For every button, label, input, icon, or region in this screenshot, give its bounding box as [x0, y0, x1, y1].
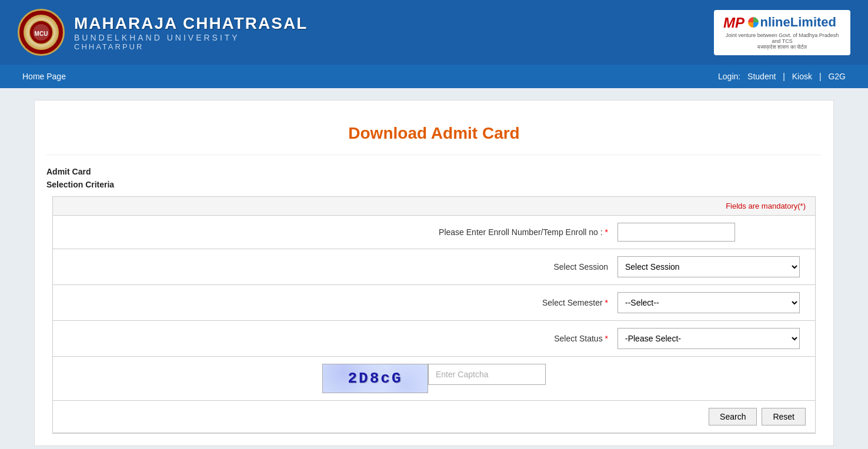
login-g2g-link[interactable]: G2G	[823, 72, 850, 81]
mponline-subtitle: Joint venture between Govt. of Madhya Pr…	[723, 32, 841, 51]
session-select[interactable]: Select Session	[617, 256, 800, 277]
university-name: MAHARAJA CHHATRASAL	[74, 14, 308, 33]
enroll-row: Please Enter Enroll Number/Temp Enroll n…	[53, 216, 815, 249]
semester-label: Select Semester *	[62, 298, 617, 307]
svg-text:MCU: MCU	[35, 31, 48, 37]
semester-select[interactable]: --Select--	[617, 292, 800, 313]
home-page-link[interactable]: Home Page	[18, 72, 71, 81]
semester-row: Select Semester * --Select--	[53, 285, 815, 321]
status-label: Select Status *	[62, 334, 617, 343]
university-city: CHHATARPUR	[74, 42, 308, 51]
university-logo: MCU	[18, 9, 65, 56]
status-row: Select Status * -Please Select-	[53, 321, 815, 357]
university-text: MAHARAJA CHHATRASAL BUNDELKHAND UNIVERSI…	[74, 14, 308, 51]
nav-bar: Home Page Login: Student | Kiosk | G2G	[0, 65, 868, 88]
login-kiosk-link[interactable]: Kiosk	[787, 72, 817, 81]
mandatory-note: Fields are mandatory(*)	[53, 197, 815, 216]
page-title: Download Admit Card	[46, 112, 822, 155]
mp-text: MP	[723, 15, 745, 31]
session-label: Select Session	[62, 262, 617, 272]
login-student-link[interactable]: Student	[743, 72, 780, 81]
form-container: Fields are mandatory(*) Please Enter Enr…	[52, 196, 816, 434]
online-text: nline	[760, 15, 790, 30]
captcha-row: 2D8cG	[53, 357, 815, 401]
university-sub: BUNDELKHAND UNIVERSITY	[74, 33, 308, 42]
main-card: Download Admit Card Admit Card Selection…	[34, 100, 834, 446]
login-prefix: Login:	[718, 72, 743, 81]
header-left: MCU MAHARAJA CHHATRASAL BUNDELKHAND UNIV…	[18, 9, 308, 56]
breadcrumb-criteria: Selection Criteria	[46, 180, 822, 189]
login-links: Login: Student | Kiosk | G2G	[718, 72, 850, 81]
enroll-label: Please Enter Enroll Number/Temp Enroll n…	[62, 227, 617, 237]
header: MCU MAHARAJA CHHATRASAL BUNDELKHAND UNIV…	[0, 0, 868, 65]
captcha-image: 2D8cG	[322, 364, 428, 393]
enroll-input[interactable]	[617, 223, 735, 242]
search-button[interactable]: Search	[709, 408, 757, 425]
mp-globe-icon	[748, 17, 759, 28]
breadcrumb-admit: Admit Card	[46, 167, 822, 176]
captcha-input[interactable]	[428, 364, 546, 385]
reset-button[interactable]: Reset	[762, 408, 806, 425]
status-select[interactable]: -Please Select-	[617, 328, 800, 349]
mponline-logo: MP nline Limited Joint venture between G…	[714, 10, 850, 55]
session-row: Select Session Select Session	[53, 249, 815, 285]
buttons-row: Search Reset	[53, 401, 815, 433]
content-wrapper: Download Admit Card Admit Card Selection…	[28, 88, 840, 449]
